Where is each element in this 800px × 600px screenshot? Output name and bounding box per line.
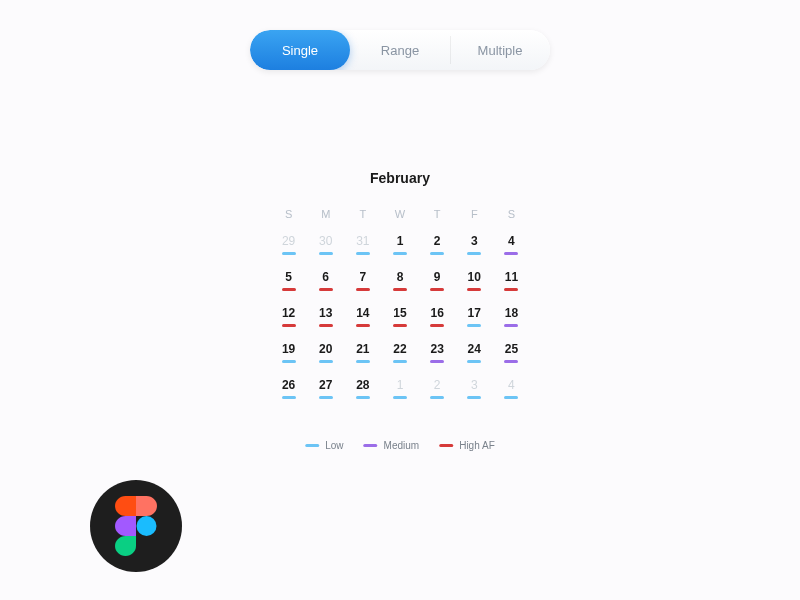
calendar-weekday-label: T (419, 202, 456, 230)
calendar-day-number: 12 (282, 306, 295, 320)
calendar-day[interactable]: 1 (381, 230, 418, 266)
intensity-bar (467, 252, 481, 255)
calendar-weekday-label: W (381, 202, 418, 230)
calendar-day[interactable]: 19 (270, 338, 307, 374)
calendar-day[interactable]: 11 (493, 266, 530, 302)
intensity-bar (319, 252, 333, 255)
calendar-day-number: 7 (360, 270, 367, 284)
intensity-bar (356, 360, 370, 363)
calendar-day[interactable]: 27 (307, 374, 344, 410)
calendar-day-number: 24 (468, 342, 481, 356)
intensity-bar (504, 252, 518, 255)
calendar-day[interactable]: 16 (419, 302, 456, 338)
intensity-bar (319, 360, 333, 363)
calendar-body: 2930311234567891011121314151617181920212… (270, 230, 530, 410)
legend-high: High AF (439, 440, 495, 451)
calendar-day-number: 31 (356, 234, 369, 248)
calendar-day-number: 23 (430, 342, 443, 356)
calendar-month-label: February (270, 170, 530, 186)
legend-medium-swatch (364, 444, 378, 447)
intensity-bar (393, 360, 407, 363)
calendar-row: 567891011 (270, 266, 530, 302)
calendar-row: 2627281234 (270, 374, 530, 410)
calendar-day[interactable]: 9 (419, 266, 456, 302)
calendar-day[interactable]: 31 (344, 230, 381, 266)
calendar-day[interactable]: 13 (307, 302, 344, 338)
calendar-day[interactable]: 3 (456, 230, 493, 266)
intensity-bar (282, 252, 296, 255)
calendar-weekday-label: F (456, 202, 493, 230)
calendar-day[interactable]: 8 (381, 266, 418, 302)
calendar-day-number: 26 (282, 378, 295, 392)
calendar-day-number: 2 (434, 234, 441, 248)
tab-range[interactable]: Range (350, 30, 450, 70)
intensity-bar (319, 288, 333, 291)
calendar-row: 12131415161718 (270, 302, 530, 338)
calendar-day[interactable]: 5 (270, 266, 307, 302)
calendar-day-number: 16 (430, 306, 443, 320)
calendar-day[interactable]: 12 (270, 302, 307, 338)
calendar-day[interactable]: 18 (493, 302, 530, 338)
calendar-weekday-label: T (344, 202, 381, 230)
calendar-day-number: 18 (505, 306, 518, 320)
calendar-day-number: 20 (319, 342, 332, 356)
calendar-day-number: 3 (471, 234, 478, 248)
calendar-day[interactable]: 10 (456, 266, 493, 302)
intensity-bar (467, 324, 481, 327)
calendar-day-number: 27 (319, 378, 332, 392)
calendar-day-number: 15 (393, 306, 406, 320)
calendar-day[interactable]: 2 (419, 230, 456, 266)
calendar-day[interactable]: 7 (344, 266, 381, 302)
figma-icon (115, 496, 157, 556)
calendar-day-number: 5 (285, 270, 292, 284)
calendar-day[interactable]: 26 (270, 374, 307, 410)
calendar-day[interactable]: 6 (307, 266, 344, 302)
calendar-day-number: 4 (508, 378, 515, 392)
intensity-bar (430, 396, 444, 399)
calendar-day[interactable]: 23 (419, 338, 456, 374)
calendar-day[interactable]: 29 (270, 230, 307, 266)
intensity-bar (319, 324, 333, 327)
calendar-day[interactable]: 3 (456, 374, 493, 410)
legend-low-label: Low (325, 440, 343, 451)
calendar-day[interactable]: 14 (344, 302, 381, 338)
mode-segmented-control: Single Range Multiple (250, 30, 550, 70)
calendar-day-number: 21 (356, 342, 369, 356)
calendar-day[interactable]: 20 (307, 338, 344, 374)
calendar-day[interactable]: 30 (307, 230, 344, 266)
calendar-day[interactable]: 4 (493, 374, 530, 410)
intensity-bar (319, 396, 333, 399)
tab-single[interactable]: Single (250, 30, 350, 70)
calendar-day[interactable]: 2 (419, 374, 456, 410)
intensity-bar (504, 288, 518, 291)
legend-medium: Medium (364, 440, 420, 451)
calendar-day[interactable]: 4 (493, 230, 530, 266)
legend-low-swatch (305, 444, 319, 447)
intensity-bar (504, 360, 518, 363)
calendar-day[interactable]: 28 (344, 374, 381, 410)
intensity-bar (467, 360, 481, 363)
intensity-bar (504, 396, 518, 399)
intensity-bar (393, 288, 407, 291)
intensity-bar (282, 360, 296, 363)
legend: Low Medium High AF (305, 440, 495, 451)
calendar-day[interactable]: 1 (381, 374, 418, 410)
calendar-day[interactable]: 22 (381, 338, 418, 374)
calendar-day-number: 25 (505, 342, 518, 356)
intensity-bar (467, 396, 481, 399)
calendar-day[interactable]: 17 (456, 302, 493, 338)
calendar-weekday-row: SMTWTFS (270, 202, 530, 230)
calendar-day[interactable]: 24 (456, 338, 493, 374)
intensity-bar (430, 324, 444, 327)
intensity-bar (430, 252, 444, 255)
legend-high-label: High AF (459, 440, 495, 451)
calendar-row: 2930311234 (270, 230, 530, 266)
calendar-day-number: 29 (282, 234, 295, 248)
calendar-day[interactable]: 25 (493, 338, 530, 374)
intensity-bar (282, 288, 296, 291)
calendar-day[interactable]: 15 (381, 302, 418, 338)
intensity-bar (393, 396, 407, 399)
tab-multiple[interactable]: Multiple (450, 30, 550, 70)
calendar-day[interactable]: 21 (344, 338, 381, 374)
calendar-day-number: 2 (434, 378, 441, 392)
